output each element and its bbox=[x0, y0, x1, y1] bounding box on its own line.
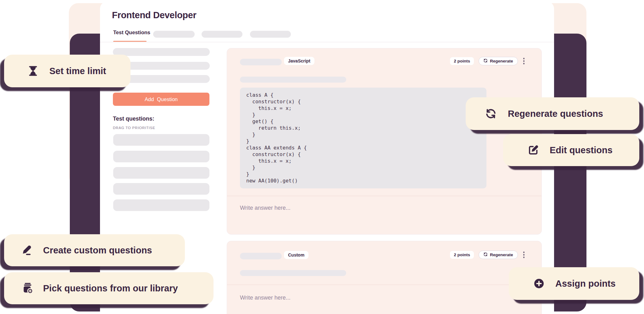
callout-create-custom-questions: Create custom questions bbox=[4, 234, 185, 266]
card-divider bbox=[227, 284, 541, 285]
skeleton-pill bbox=[113, 48, 210, 56]
answer-input[interactable]: Write answer here... bbox=[240, 295, 291, 301]
kebab-menu-icon[interactable] bbox=[523, 57, 525, 65]
question-list-item[interactable] bbox=[113, 183, 209, 195]
regenerate-label: Regenerate bbox=[490, 59, 513, 63]
callout-set-time-limit: Set time limit bbox=[4, 55, 130, 87]
card-divider bbox=[227, 196, 541, 196]
question-card: JavaScript 2 points Regenerate class A {… bbox=[227, 48, 542, 235]
points-badge: 2 points bbox=[450, 251, 474, 259]
refresh-icon bbox=[485, 108, 497, 119]
callout-assign-points: Assign points bbox=[509, 267, 639, 300]
callout-edit-questions: Edit questions bbox=[503, 134, 639, 166]
refresh-icon bbox=[483, 58, 488, 64]
question-card: Custom 2 points Regenerate Write answer … bbox=[227, 241, 542, 314]
callout-label: Create custom questions bbox=[43, 245, 152, 256]
skeleton-pill bbox=[240, 253, 282, 259]
skeleton-question-text bbox=[240, 77, 346, 83]
callout-label: Assign points bbox=[555, 279, 616, 289]
callout-pick-questions-library: Pick questions from our library bbox=[4, 272, 214, 304]
regenerate-label: Regenerate bbox=[490, 252, 513, 257]
marketing-screenshot: Frontend Developer Test Questions Add Qu… bbox=[0, 0, 644, 314]
page-title: Frontend Developer bbox=[112, 10, 197, 20]
refresh-icon bbox=[483, 252, 488, 257]
question-list-item[interactable] bbox=[113, 167, 209, 179]
callout-regenerate-questions: Regenerate questions bbox=[466, 97, 639, 130]
question-list-item[interactable] bbox=[113, 199, 209, 211]
callout-label: Set time limit bbox=[49, 66, 106, 76]
points-badge: 2 points bbox=[450, 57, 474, 65]
drag-to-prioritise-hint: DRAG TO PRIORITISE bbox=[113, 126, 155, 130]
skeleton-pill bbox=[240, 59, 282, 65]
callout-label: Pick questions from our library bbox=[43, 283, 178, 294]
question-type-badge: Custom bbox=[284, 251, 308, 259]
question-list-item[interactable] bbox=[113, 134, 209, 146]
question-list-item[interactable] bbox=[113, 151, 209, 162]
regenerate-button[interactable]: Regenerate bbox=[479, 57, 518, 65]
tab-skeleton[interactable] bbox=[202, 31, 242, 38]
edit-square-icon bbox=[528, 144, 539, 156]
tabs-divider bbox=[100, 42, 554, 42]
app-window: Frontend Developer Test Questions Add Qu… bbox=[100, 1, 554, 314]
hourglass-icon bbox=[27, 65, 39, 77]
test-questions-heading: Test questions: bbox=[113, 116, 154, 122]
kebab-menu-icon[interactable] bbox=[523, 251, 525, 259]
question-type-badge: JavaScript bbox=[284, 57, 314, 65]
tab-test-questions[interactable]: Test Questions bbox=[113, 30, 150, 35]
answer-input[interactable]: Write answer here... bbox=[240, 205, 291, 211]
plus-circle-icon bbox=[533, 278, 545, 289]
add-question-button[interactable]: Add Question bbox=[113, 93, 209, 106]
tab-skeleton[interactable] bbox=[153, 31, 195, 38]
callout-label: Edit questions bbox=[550, 145, 613, 155]
pen-icon bbox=[22, 245, 33, 256]
library-add-icon bbox=[22, 282, 34, 294]
skeleton-question-text bbox=[240, 270, 346, 276]
callout-label: Regenerate questions bbox=[508, 109, 603, 119]
tab-skeleton[interactable] bbox=[250, 31, 291, 38]
regenerate-button[interactable]: Regenerate bbox=[479, 251, 518, 259]
code-snippet: class A { constructor(x) { this.x = x; }… bbox=[240, 88, 486, 188]
